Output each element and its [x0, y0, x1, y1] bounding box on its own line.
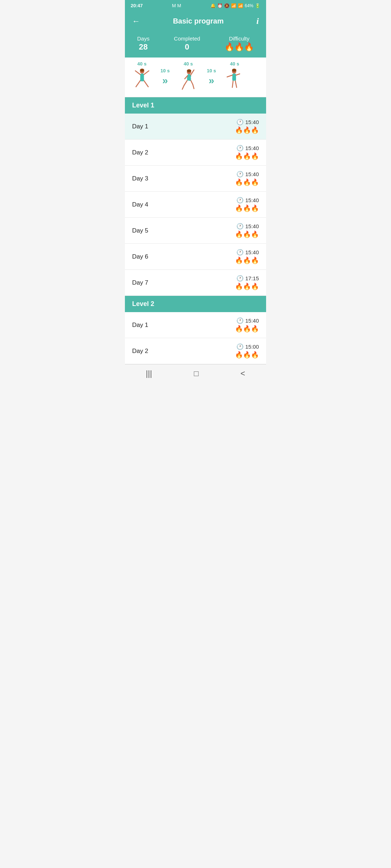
day-name-l1-d6: Day 6	[132, 253, 148, 260]
alarm-icon: ⏰	[217, 3, 223, 8]
stat-days: Days 28	[137, 35, 150, 52]
arrow-duration-1: 10 s	[160, 68, 169, 73]
day-difficulty-l1-d2: 🔥🔥🔥	[235, 152, 259, 160]
exercise-3: 40 s	[222, 61, 247, 93]
back-nav-button[interactable]: <	[240, 369, 245, 378]
signal-icon: 📶	[238, 3, 243, 8]
day-meta-l1-d4: 🕐 15:40🔥🔥🔥	[235, 197, 259, 212]
figure-1	[131, 68, 153, 93]
day-name-l2-d1: Day 1	[132, 322, 148, 329]
arrow-2: 10 s »	[202, 68, 220, 86]
arrow-symbol-2: »	[209, 75, 214, 86]
svg-line-4	[144, 71, 149, 75]
status-app-icons: M M	[172, 3, 181, 8]
day-row-l1-d4[interactable]: Day 4🕐 15:40🔥🔥🔥	[125, 192, 266, 218]
battery-text: 64%	[245, 3, 253, 8]
day-row-l1-d6[interactable]: Day 6🕐 15:40🔥🔥🔥	[125, 244, 266, 270]
status-time: 20:47	[131, 3, 143, 8]
duration-3: 40 s	[230, 61, 239, 67]
status-bar: 20:47 M M 🔔 ⏰ 🔕 📶 📶 64% 🔋	[125, 0, 266, 11]
wifi-icon: 📶	[231, 3, 236, 8]
flame2: 🔥	[234, 42, 244, 52]
days-label: Days	[137, 35, 150, 42]
day-name-l1-d7: Day 7	[132, 279, 148, 286]
battery-icon: 🔋	[255, 3, 260, 8]
day-time-l1-d4: 🕐 15:40	[236, 197, 259, 204]
svg-line-6	[143, 80, 148, 87]
svg-line-22	[236, 74, 239, 75]
exercise-2: 40 s	[176, 61, 201, 93]
svg-line-24	[235, 80, 236, 87]
difficulty-label: Difficulty	[229, 35, 249, 42]
level-header-1: Level 1	[125, 97, 266, 114]
day-name-l1-d2: Day 2	[132, 149, 148, 156]
day-time-l1-d3: 🕐 15:40	[236, 171, 259, 178]
day-difficulty-l1-d7: 🔥🔥🔥	[235, 282, 259, 290]
arrow-1: 10 s »	[156, 68, 174, 86]
stats-row: Days 28 Completed 0 Difficulty 🔥 🔥 🔥	[125, 31, 266, 58]
mute-icon: 🔕	[224, 3, 230, 8]
levels-container: Level 1Day 1🕐 15:40🔥🔥🔥Day 2🕐 15:40🔥🔥🔥Day…	[125, 97, 266, 364]
day-difficulty-l1-d1: 🔥🔥🔥	[235, 126, 259, 134]
figure-2	[177, 68, 199, 93]
day-row-l1-d3[interactable]: Day 3🕐 15:40🔥🔥🔥	[125, 166, 266, 192]
day-row-l1-d2[interactable]: Day 2🕐 15:40🔥🔥🔥	[125, 140, 266, 166]
arrow-symbol-1: »	[162, 75, 168, 86]
day-time-l1-d5: 🕐 15:40	[236, 223, 259, 230]
page-title: Basic program	[173, 17, 224, 25]
stat-completed: Completed 0	[174, 35, 200, 52]
svg-line-13	[184, 80, 188, 85]
day-time-l2-d2: 🕐 15:00	[236, 343, 259, 350]
day-meta-l1-d3: 🕐 15:40🔥🔥🔥	[235, 171, 259, 186]
status-icons: 🔔 ⏰ 🔕 📶 📶 64% 🔋	[210, 3, 260, 8]
exercise-1: 40 s	[129, 61, 155, 93]
level-header-2: Level 2	[125, 296, 266, 312]
svg-line-3	[135, 71, 140, 75]
day-meta-l2-d2: 🕐 15:00🔥🔥🔥	[235, 343, 259, 359]
svg-point-19	[232, 69, 236, 72]
day-difficulty-l2-d1: 🔥🔥🔥	[235, 325, 259, 333]
info-button[interactable]: i	[256, 16, 259, 26]
day-row-l2-d2[interactable]: Day 2🕐 15:00🔥🔥🔥	[125, 338, 266, 364]
svg-rect-25	[232, 78, 236, 81]
day-name-l1-d5: Day 5	[132, 227, 148, 234]
flame1: 🔥	[224, 42, 234, 52]
day-time-l1-d2: 🕐 15:40	[236, 145, 259, 152]
day-meta-l1-d7: 🕐 17:15🔥🔥🔥	[235, 275, 259, 290]
nav-bar: ||| □ <	[125, 364, 266, 383]
day-difficulty-l1-d5: 🔥🔥🔥	[235, 230, 259, 238]
day-name-l2-d2: Day 2	[132, 348, 148, 355]
day-difficulty-l1-d6: 🔥🔥🔥	[235, 256, 259, 264]
difficulty-flames: 🔥 🔥 🔥	[224, 42, 254, 52]
svg-line-14	[182, 85, 184, 89]
day-meta-l1-d1: 🕐 15:40🔥🔥🔥	[235, 119, 259, 134]
svg-point-9	[187, 69, 191, 73]
completed-label: Completed	[174, 35, 200, 42]
duration-2: 40 s	[184, 61, 193, 67]
flame3: 🔥	[244, 42, 254, 52]
home-button[interactable]: □	[194, 369, 199, 378]
svg-line-5	[136, 80, 141, 87]
day-meta-l2-d1: 🕐 15:40🔥🔥🔥	[235, 317, 259, 333]
menu-button[interactable]: |||	[146, 369, 152, 378]
svg-rect-17	[187, 77, 191, 81]
arrow-duration-2: 10 s	[207, 68, 216, 73]
day-name-l1-d4: Day 4	[132, 201, 148, 208]
duration-1: 40 s	[137, 61, 146, 67]
day-row-l1-d5[interactable]: Day 5🕐 15:40🔥🔥🔥	[125, 218, 266, 244]
svg-line-23	[232, 80, 233, 87]
day-time-l2-d1: 🕐 15:40	[236, 317, 259, 324]
day-meta-l1-d6: 🕐 15:40🔥🔥🔥	[235, 249, 259, 264]
day-name-l1-d1: Day 1	[132, 123, 148, 130]
lock-icon: 🔔	[210, 3, 216, 8]
exercise-strip[interactable]: 40 s 10 s »	[125, 58, 266, 97]
svg-point-1	[140, 69, 144, 72]
day-row-l2-d1[interactable]: Day 1🕐 15:40🔥🔥🔥	[125, 312, 266, 338]
back-button[interactable]: ←	[132, 17, 140, 26]
figure-3	[224, 68, 245, 93]
svg-line-16	[193, 84, 194, 89]
day-row-l1-d7[interactable]: Day 7🕐 17:15🔥🔥🔥	[125, 270, 266, 296]
day-time-l1-d6: 🕐 15:40	[236, 249, 259, 256]
app-header: ← Basic program i	[125, 11, 266, 31]
day-row-l1-d1[interactable]: Day 1🕐 15:40🔥🔥🔥	[125, 114, 266, 140]
